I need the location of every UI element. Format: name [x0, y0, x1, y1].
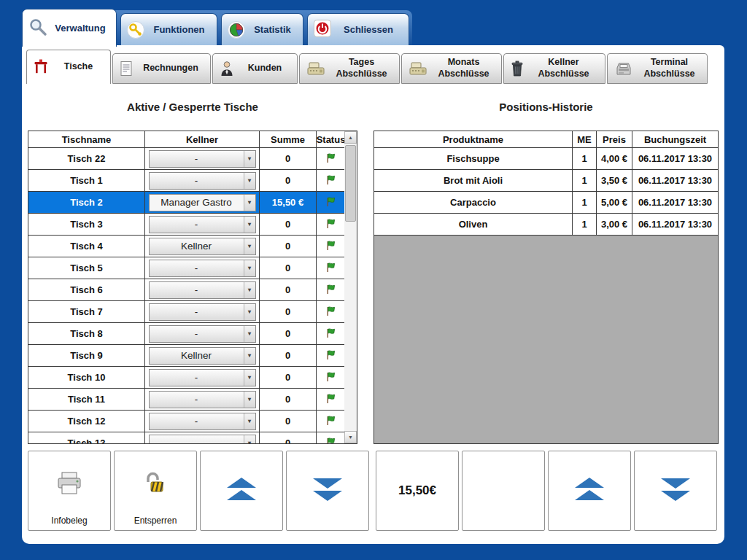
- table-row[interactable]: Tisch 2 Manager Gastro ▾ 15,50 €: [28, 192, 346, 214]
- kellner-dropdown[interactable]: - ▾: [149, 216, 256, 233]
- scroll-history-down-button[interactable]: [634, 451, 717, 531]
- history-row[interactable]: Fischsuppe 1 4,00 € 06.11.2017 13:30: [374, 148, 718, 170]
- summe-value: 0: [260, 389, 317, 411]
- kellner-dropdown[interactable]: - ▾: [149, 435, 256, 445]
- kellner-dropdown[interactable]: Kellner ▾: [149, 347, 256, 365]
- kellner-dropdown-value: -: [150, 262, 244, 273]
- history-row[interactable]: Carpaccio 1 5,00 € 06.11.2017 13:30: [374, 192, 718, 214]
- subtab-rechnungen-label: Rechnungen: [133, 63, 210, 74]
- flag-icon: [325, 393, 336, 406]
- tisch-name: Tisch 1: [28, 170, 145, 192]
- flag-icon: [325, 415, 336, 428]
- scroll-up-arrow[interactable]: ▲: [344, 131, 357, 144]
- history-row[interactable]: Brot mit Aioli 1 3,50 € 06.11.2017 13:30: [374, 170, 718, 192]
- history-row[interactable]: Oliven 1 3,00 € 06.11.2017 13:30: [374, 214, 718, 236]
- flag-icon: [325, 196, 336, 209]
- table-row[interactable]: Tisch 9 Kellner ▾ 0: [28, 345, 346, 367]
- flag-icon: [325, 262, 336, 275]
- kellner-dropdown[interactable]: - ▾: [149, 303, 256, 321]
- subtab-kunden[interactable]: Kunden: [212, 53, 298, 84]
- status-cell: [317, 367, 346, 389]
- tab-schliessen[interactable]: Schliessen: [307, 13, 409, 45]
- position-history-table: Produktname ME Preis Buchungszeit Fischs…: [374, 131, 719, 444]
- kellner-dropdown[interactable]: Kellner ▾: [149, 238, 256, 255]
- flag-icon: [325, 371, 336, 384]
- flag-icon: [325, 437, 336, 445]
- tab-statistik[interactable]: Statistik: [221, 13, 303, 45]
- chevron-down-icon: ▾: [244, 195, 255, 211]
- kellner-dropdown-value: -: [150, 328, 244, 339]
- flag-icon: [325, 306, 336, 319]
- table-row[interactable]: Tisch 3 - ▾ 0: [28, 214, 346, 236]
- subtab-terminal-label: Terminal Abschlüsse: [633, 57, 707, 79]
- kellner-dropdown[interactable]: - ▾: [149, 281, 256, 299]
- summe-value: 0: [260, 170, 317, 192]
- table-row[interactable]: Tisch 13 - ▾ 0: [28, 432, 346, 444]
- summe-value: 0: [260, 345, 317, 367]
- tisch-name: Tisch 6: [28, 279, 145, 301]
- kellner-dropdown[interactable]: - ▾: [149, 260, 256, 277]
- scroll-down-arrow[interactable]: ▼: [344, 431, 357, 443]
- kellner-dropdown[interactable]: Manager Gastro ▾: [149, 194, 256, 211]
- chevron-down-icon: ▾: [244, 260, 255, 276]
- subtab-monats-abschluesse[interactable]: Monats Abschlüsse: [401, 53, 502, 84]
- kellner-dropdown-value: -: [150, 306, 244, 317]
- table-row[interactable]: Tisch 12 - ▾ 0: [28, 411, 346, 432]
- subtab-tische[interactable]: Tische: [26, 50, 111, 84]
- tisch-name: Tisch 9: [28, 345, 145, 367]
- right-section-title: Positions-Historie: [374, 101, 719, 113]
- table-row[interactable]: Tisch 8 - ▾ 0: [28, 323, 346, 345]
- cash-register-icon: [409, 61, 427, 77]
- kellner-dropdown[interactable]: - ▾: [149, 413, 256, 430]
- table-row[interactable]: Tisch 10 - ▾ 0: [28, 367, 346, 389]
- buchungszeit-value: 06.11.2017 13:30: [632, 214, 718, 236]
- empty-button[interactable]: [462, 451, 545, 531]
- kellner-dropdown[interactable]: - ▾: [149, 325, 256, 343]
- summe-value: 0: [260, 323, 317, 345]
- kellner-dropdown[interactable]: - ▾: [149, 391, 256, 408]
- entsperren-button[interactable]: Entsperren: [114, 451, 197, 531]
- scrollbar-thumb[interactable]: [345, 145, 356, 222]
- scroll-history-up-button[interactable]: [548, 451, 631, 531]
- status-cell: [317, 214, 346, 236]
- subtab-rechnungen[interactable]: Rechnungen: [112, 53, 211, 84]
- pie-chart-icon: [228, 21, 245, 39]
- chevron-down-icon: ▾: [244, 348, 255, 364]
- kellner-dropdown[interactable]: - ▾: [149, 150, 256, 168]
- preis-value: 5,00 €: [597, 192, 632, 214]
- flag-icon: [325, 152, 336, 166]
- table-row[interactable]: Tisch 6 - ▾ 0: [28, 279, 346, 301]
- subtab-tages-abschluesse[interactable]: Tages Abschlüsse: [299, 53, 400, 84]
- kellner-dropdown-value: Manager Gastro: [150, 197, 244, 208]
- column-header-me: ME: [573, 131, 597, 148]
- double-chevron-up-icon: [225, 477, 258, 505]
- table-row[interactable]: Tisch 1 - ▾ 0: [28, 170, 346, 192]
- scroll-tables-up-button[interactable]: [200, 451, 283, 531]
- vertical-scrollbar[interactable]: ▲ ▼: [344, 131, 357, 443]
- tisch-name: Tisch 22: [28, 148, 145, 170]
- tab-verwaltung[interactable]: Verwaltung: [22, 9, 117, 47]
- tisch-name: Tisch 13: [28, 432, 145, 444]
- buchungszeit-value: 06.11.2017 13:30: [632, 192, 718, 214]
- produkt-name: Carpaccio: [374, 192, 573, 214]
- table-row[interactable]: Tisch 7 - ▾ 0: [28, 301, 346, 323]
- kellner-dropdown-value: -: [150, 394, 244, 405]
- kellner-dropdown[interactable]: - ▾: [149, 172, 256, 190]
- table-row[interactable]: Tisch 4 Kellner ▾ 0: [28, 236, 346, 257]
- amount-display-button[interactable]: 15,50€: [376, 451, 459, 531]
- table-row[interactable]: Tisch 11 - ▾ 0: [28, 389, 346, 411]
- bin-icon: [511, 61, 524, 77]
- table-row[interactable]: Tisch 22 - ▾ 0: [28, 148, 346, 170]
- cash-register-icon: [306, 61, 325, 77]
- subtab-tages-label: Tages Abschlüsse: [325, 57, 399, 79]
- subtab-kellner-abschluesse[interactable]: Kellner Abschlüsse: [503, 53, 605, 84]
- chevron-down-icon: ▾: [244, 413, 255, 429]
- table-row[interactable]: Tisch 5 - ▾ 0: [28, 257, 346, 279]
- key-icon: [127, 21, 144, 39]
- status-cell: [317, 301, 346, 323]
- subtab-terminal-abschluesse[interactable]: Terminal Abschlüsse: [607, 53, 708, 84]
- kellner-dropdown[interactable]: - ▾: [149, 369, 256, 386]
- tab-funktionen[interactable]: Funktionen: [120, 13, 217, 45]
- infobeleg-button[interactable]: Infobeleg: [28, 451, 111, 531]
- scroll-tables-down-button[interactable]: [286, 451, 369, 531]
